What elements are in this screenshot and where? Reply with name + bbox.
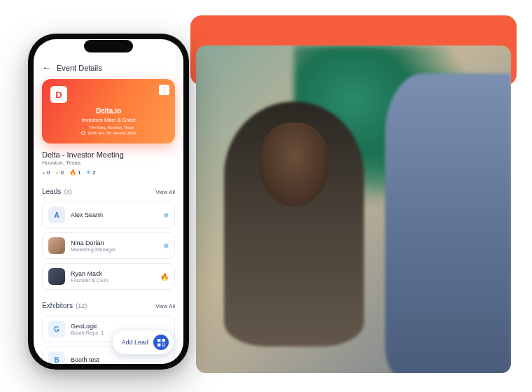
avatar: B (48, 351, 65, 364)
meeting-title: Delta - Investor Meeting (42, 150, 175, 159)
svg-rect-4 (164, 343, 165, 344)
leads-label: Leads (42, 188, 61, 195)
phone-screen: ← Event Details ⋮ D Delta.io Investors M… (34, 39, 183, 364)
card-time: 10:00 am, 7th January 2024 (50, 131, 167, 135)
svg-rect-5 (162, 345, 163, 346)
svg-rect-0 (158, 339, 160, 342)
qr-icon (153, 335, 169, 350)
phone-mockup: ← Event Details ⋮ D Delta.io Investors M… (28, 34, 189, 370)
page-title: Event Details (57, 64, 102, 72)
avatar (48, 268, 65, 285)
lead-row[interactable]: Ryan Mack Founder & CEO 🔥 (42, 263, 175, 290)
lead-subtitle: Marketing Manager (71, 246, 158, 253)
lead-row[interactable]: Nina Dorian Marketing Manager ❄ (42, 232, 175, 259)
back-arrow-icon[interactable]: ← (42, 63, 51, 72)
add-lead-label: Add Lead (121, 339, 148, 346)
lead-name: Alex Seann (71, 211, 158, 218)
avatar: G (48, 321, 65, 337)
card-location: 📍 The Marq, Houston, Texas (50, 125, 167, 130)
svg-rect-2 (158, 343, 160, 346)
exhibitors-count: (12) (76, 302, 87, 309)
leads-section-header: Leads (3) View All (42, 184, 175, 197)
snowflake-icon: ❄ (163, 242, 169, 250)
snowflake-icon: ❄ (163, 211, 169, 219)
stat-warm: ⬥0 (55, 169, 63, 176)
svg-rect-6 (164, 345, 165, 346)
card-menu-icon[interactable]: ⋮ (159, 85, 169, 95)
phone-notch (84, 40, 133, 52)
meeting-location: Houston, Texas (42, 160, 175, 166)
logo-glyph: D (55, 90, 62, 100)
clock-icon (81, 131, 85, 135)
lead-stats: ⬥0 ⬥0 🔥1 ❄2 (42, 169, 175, 176)
leads-count: (3) (64, 188, 72, 195)
leads-view-all[interactable]: View All (155, 189, 175, 195)
svg-rect-1 (162, 339, 164, 342)
exhibitor-name: GeoLogic (71, 323, 169, 330)
hero-photo (196, 46, 511, 373)
exhibitors-section-header: Exhibitors (12) View All (42, 298, 175, 311)
exhibitor-name: Booth test (71, 356, 169, 363)
lead-row[interactable]: A Alex Seann ❄ (42, 202, 175, 228)
page-header: ← Event Details (42, 63, 175, 72)
avatar (48, 237, 65, 254)
svg-rect-3 (162, 343, 163, 344)
lead-subtitle: Founder & CEO (71, 277, 155, 284)
card-subtitle: Investors Meet & Greet (50, 117, 167, 123)
fire-icon: 🔥 (160, 273, 169, 281)
company-logo: D (50, 86, 67, 103)
stat-cold: ❄2 (86, 169, 95, 176)
card-company: Delta.io (50, 107, 167, 115)
exhibitors-view-all[interactable]: View All (155, 303, 175, 309)
lead-name: Ryan Mack (71, 270, 155, 277)
lead-name: Nina Dorian (71, 239, 158, 246)
stat-coldish: ⬥0 (42, 169, 50, 176)
add-lead-button[interactable]: Add Lead (113, 330, 174, 354)
exhibitors-label: Exhibitors (42, 302, 73, 309)
event-card[interactable]: ⋮ D Delta.io Investors Meet & Greet 📍 Th… (42, 79, 175, 144)
avatar: A (48, 206, 65, 223)
stat-hot: 🔥1 (69, 169, 80, 176)
